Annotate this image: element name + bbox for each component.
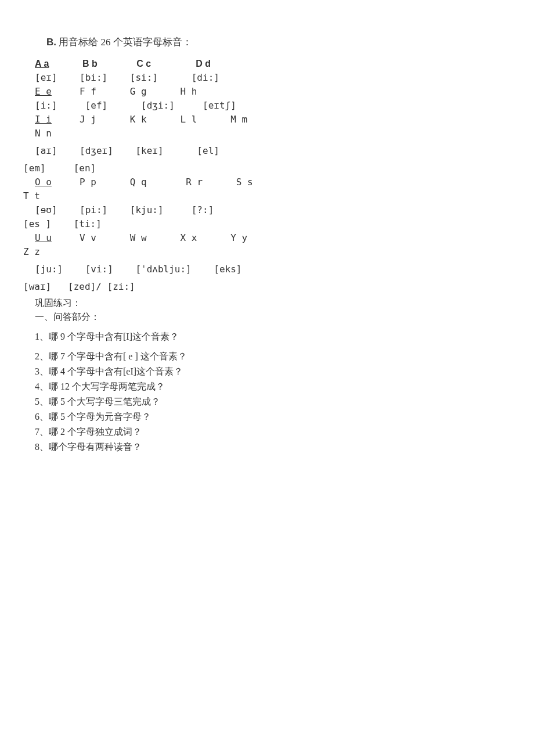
- letter-Kk: K k: [130, 114, 147, 125]
- ipa-row-3b: [em] [en]: [23, 161, 511, 175]
- letter-Nn: N n: [35, 128, 52, 139]
- letter-Zz: Z z: [23, 246, 40, 257]
- ipa-Oo: [ɘʊ]: [35, 204, 57, 215]
- letter-Yy: Y y: [230, 232, 247, 243]
- question-6: 6、哪 5 个字母为元音字母？: [35, 410, 511, 424]
- section-b-title: B. 用音标给 26 个英语字母标音：: [46, 35, 511, 50]
- document-page: B. 用音标给 26 个英语字母标音： A a B b C c D d [eɪ]…: [0, 0, 534, 477]
- letter-Cc: C c: [136, 59, 151, 69]
- ipa-row-1: [eɪ] [bi:] [si:] [di:]: [35, 71, 511, 85]
- question-3: 3、哪 4 个字母中含有[eI]这个音素？: [35, 365, 511, 379]
- letter-Tt: T t: [23, 190, 40, 201]
- practice-subtitle: 一、问答部分：: [35, 310, 511, 324]
- letter-Dd: D d: [196, 59, 211, 69]
- ipa-Kk: [keɪ]: [135, 145, 163, 156]
- letter-Ii: I i: [35, 114, 52, 125]
- letter-row-2: E e F f G g H h: [35, 85, 511, 99]
- question-4: 4、哪 12 个大写字母两笔完成？: [35, 380, 511, 394]
- ipa-Mm: [em]: [23, 163, 46, 174]
- ipa-Zz: [zed]/ [zi:]: [68, 281, 135, 292]
- ipa-Vv: [vi:]: [85, 264, 113, 275]
- letter-Aa: A a: [35, 59, 49, 69]
- letter-Rr: R r: [186, 177, 203, 188]
- ipa-Yy: [waɪ]: [23, 281, 51, 292]
- ipa-row-2: [i:] [ef] [dʒi:] [eɪtʃ]: [35, 99, 511, 113]
- letter-Ss: S s: [236, 177, 253, 188]
- question-2: 2、哪 7 个字母中含有[ e ] 这个音素？: [35, 350, 511, 363]
- letter-row-3b: N n: [35, 127, 511, 141]
- ipa-row-3: [aɪ] [dʒeɪ] [keɪ] [el]: [35, 144, 511, 158]
- letter-Oo: O o: [35, 177, 52, 188]
- letter-Gg: G g: [130, 86, 147, 97]
- letter-Jj: J j: [80, 114, 96, 125]
- letter-row-1: A a B b C c D d: [35, 57, 511, 71]
- letter-Mm: M m: [230, 114, 247, 125]
- letter-Xx: X x: [180, 232, 197, 243]
- question-7: 7、哪 2 个字母独立成词？: [35, 425, 511, 439]
- ipa-Pp: [pi:]: [80, 204, 107, 215]
- ipa-Xx: [eks]: [214, 264, 241, 275]
- ipa-Rr: [?:]: [192, 204, 214, 215]
- letter-Qq: Q q: [130, 177, 147, 188]
- ipa-Ff: [ef]: [85, 100, 108, 111]
- ipa-Ee: [i:]: [35, 100, 57, 111]
- ipa-Ww: [ˈdʌblju:]: [135, 264, 191, 275]
- ipa-Aa: [eɪ]: [35, 72, 57, 83]
- letter-Ww: W w: [130, 232, 147, 243]
- letter-row-3: I i J j K k L l M m: [35, 113, 511, 127]
- ipa-Ii: [aɪ]: [35, 145, 57, 156]
- ipa-Dd: [di:]: [192, 72, 219, 83]
- question-5: 5、哪 5 个大写字母三笔完成？: [35, 395, 511, 409]
- ipa-Jj: [dʒeɪ]: [80, 145, 113, 156]
- ipa-Qq: [kju:]: [130, 204, 164, 215]
- ipa-row-5b: [waɪ] [zed]/ [zi:]: [23, 280, 511, 294]
- ipa-row-4b: [es ] [ti:]: [23, 217, 511, 231]
- letter-Pp: P p: [80, 177, 96, 188]
- letter-row-5b: Z z: [23, 245, 511, 259]
- ipa-Ll: [el]: [197, 145, 219, 156]
- ipa-row-5: [ju:] [vi:] [ˈdʌblju:] [eks]: [35, 262, 511, 276]
- letter-Ee: E e: [35, 86, 52, 97]
- ipa-Hh: [eɪtʃ]: [203, 100, 236, 111]
- letter-Hh: H h: [180, 86, 197, 97]
- letter-row-4: O o P p Q q R r S s: [35, 175, 511, 189]
- ipa-Uu: [ju:]: [35, 264, 63, 275]
- ipa-Tt: [ti:]: [74, 218, 102, 229]
- letter-Bb: B b: [82, 59, 98, 69]
- ipa-Bb: [bi:]: [80, 72, 107, 83]
- letter-Vv: V v: [80, 232, 96, 243]
- letter-row-4b: T t: [23, 189, 511, 203]
- ipa-Cc: [si:]: [130, 72, 158, 83]
- ipa-Gg: [dʒi:]: [141, 100, 175, 111]
- letter-row-5: U u V v W w X x Y y: [35, 231, 511, 245]
- letter-Ll: L l: [180, 114, 197, 125]
- letter-Uu: U u: [35, 232, 52, 243]
- section-b-label: B.: [46, 37, 56, 48]
- ipa-Ss: [es ]: [23, 218, 51, 229]
- question-1: 1、哪 9 个字母中含有[I]这个音素？: [35, 330, 511, 344]
- question-8: 8、哪个字母有两种读音？: [35, 440, 511, 454]
- ipa-Nn: [en]: [74, 163, 96, 174]
- ipa-row-4: [ɘʊ] [pi:] [kju:] [?:]: [35, 203, 511, 217]
- letter-Ff: F f: [80, 86, 96, 97]
- section-b-text: 用音标给 26 个英语字母标音：: [59, 37, 192, 48]
- practice-title: 巩固练习：: [35, 296, 511, 310]
